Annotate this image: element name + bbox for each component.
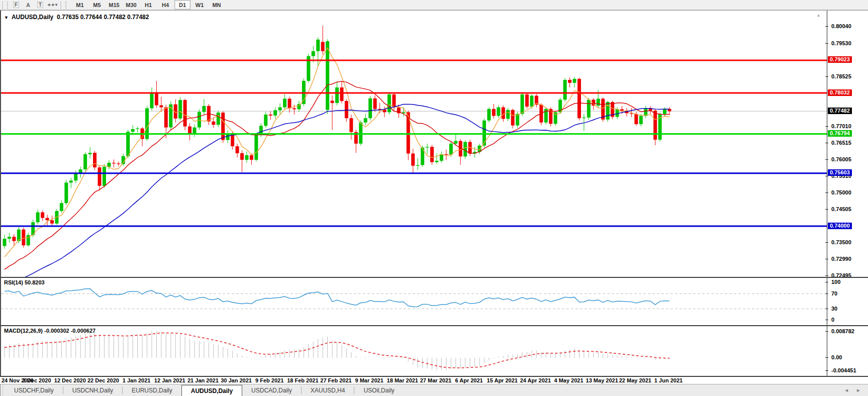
- toolbar-drag-handle-2[interactable]: [60, 2, 66, 9]
- candle-body[interactable]: [516, 114, 519, 126]
- candle-body[interactable]: [198, 112, 201, 128]
- timeframe-button-h1[interactable]: H1: [140, 0, 156, 10]
- candle-body[interactable]: [41, 212, 44, 218]
- candle-body[interactable]: [492, 109, 496, 116]
- candle-body[interactable]: [573, 79, 576, 83]
- price-chart[interactable]: [1, 11, 828, 277]
- candle-body[interactable]: [392, 94, 396, 108]
- candle-body[interactable]: [131, 129, 135, 132]
- candle-body[interactable]: [634, 114, 638, 124]
- candle-body[interactable]: [388, 94, 391, 112]
- candle-body[interactable]: [511, 110, 515, 126]
- candle-body[interactable]: [36, 212, 40, 222]
- candle-body[interactable]: [620, 109, 624, 111]
- candle-body[interactable]: [597, 98, 600, 106]
- candle-body[interactable]: [444, 154, 448, 155]
- candle-body[interactable]: [88, 153, 92, 154]
- candle-body[interactable]: [297, 104, 301, 110]
- candle-body[interactable]: [577, 79, 581, 118]
- candle-body[interactable]: [93, 153, 97, 167]
- candle-body[interactable]: [155, 92, 158, 106]
- collapse-triangle-icon[interactable]: ▼: [4, 15, 9, 20]
- candle-body[interactable]: [463, 142, 467, 156]
- date-axis[interactable]: 24 Nov 20203 Dec 202012 Dec 202022 Dec 2…: [0, 376, 868, 384]
- candle-body[interactable]: [316, 40, 320, 51]
- macd-panel[interactable]: MACD(12,26,9) -0.000302 -0.000627 0.0087…: [0, 325, 868, 376]
- tab-scroll-left-icon[interactable]: ◄: [844, 387, 849, 393]
- candle-body[interactable]: [64, 182, 68, 203]
- tab-usdchf-daily[interactable]: USDCHF,Daily: [5, 384, 63, 396]
- timeframe-button-m15[interactable]: M15: [106, 0, 122, 10]
- candle-body[interactable]: [435, 161, 438, 162]
- candle-body[interactable]: [340, 87, 343, 101]
- candle-body[interactable]: [46, 218, 49, 221]
- tab-usoil-daily[interactable]: USOil,Daily: [354, 384, 403, 396]
- candle-body[interactable]: [236, 146, 239, 153]
- candle-body[interactable]: [74, 173, 77, 180]
- candle-body[interactable]: [250, 155, 253, 160]
- dropdown-caret-icon[interactable]: ▾: [55, 3, 57, 7]
- candle-body[interactable]: [288, 98, 292, 108]
- candle-body[interactable]: [117, 163, 120, 164]
- tab-eurusd-daily[interactable]: EURUSD,Daily: [123, 384, 181, 396]
- candle-body[interactable]: [563, 80, 567, 100]
- candle-body[interactable]: [60, 203, 63, 211]
- candle-body[interactable]: [22, 230, 25, 246]
- candle-body[interactable]: [278, 107, 282, 110]
- candle-body[interactable]: [103, 167, 106, 186]
- object-style-icon[interactable]: ✦✦▾: [47, 1, 58, 9]
- main-chart-panel[interactable]: ▼AUDUSD,Daily 0.77635 0.77644 0.77482 0.…: [0, 10, 868, 277]
- candle-body[interactable]: [245, 155, 248, 160]
- candle-body[interactable]: [483, 121, 486, 146]
- price-axis[interactable]: 0.800400.795300.785250.770100.765150.760…: [827, 11, 868, 277]
- rsi-panel[interactable]: RSI(14) 50.8203 10070300: [0, 277, 868, 325]
- candle-body[interactable]: [217, 113, 220, 125]
- candle-body[interactable]: [587, 100, 591, 117]
- candle-body[interactable]: [606, 102, 610, 120]
- candle-body[interactable]: [12, 237, 16, 241]
- candle-body[interactable]: [530, 95, 533, 107]
- text-a-icon[interactable]: A: [23, 1, 34, 9]
- timeframe-button-d1[interactable]: D1: [174, 0, 190, 10]
- candle-body[interactable]: [183, 100, 187, 127]
- timeframe-button-m1[interactable]: M1: [72, 0, 88, 10]
- candle-body[interactable]: [663, 109, 666, 115]
- text-box-icon[interactable]: T: [35, 1, 46, 9]
- candle-body[interactable]: [497, 107, 500, 116]
- grid-f-icon[interactable]: F: [11, 1, 22, 9]
- candle-body[interactable]: [107, 163, 111, 167]
- candle-body[interactable]: [416, 165, 420, 165]
- candle-body[interactable]: [8, 237, 11, 239]
- candle-body[interactable]: [411, 153, 415, 165]
- candle-body[interactable]: [240, 153, 244, 160]
- candle-body[interactable]: [126, 132, 130, 156]
- candle-body[interactable]: [269, 115, 272, 116]
- candle-body[interactable]: [212, 122, 215, 125]
- candle-body[interactable]: [335, 87, 339, 103]
- candle-body[interactable]: [454, 141, 457, 144]
- candle-body[interactable]: [164, 107, 168, 127]
- candle-body[interactable]: [506, 110, 510, 119]
- candle-body[interactable]: [312, 51, 315, 56]
- candle-body[interactable]: [568, 80, 571, 83]
- candle-body[interactable]: [582, 118, 586, 118]
- candle-body[interactable]: [349, 118, 353, 132]
- candle-body[interactable]: [3, 239, 7, 246]
- candle-body[interactable]: [202, 106, 206, 112]
- tab-scroll-right-icon[interactable]: ►: [856, 387, 861, 393]
- toolbar-drag-handle[interactable]: [2, 2, 8, 9]
- candle-body[interactable]: [136, 129, 139, 129]
- candle-body[interactable]: [521, 94, 524, 114]
- tab-usdcnh-daily[interactable]: USDCNH,Daily: [63, 384, 122, 396]
- candle-body[interactable]: [430, 147, 434, 162]
- candle-body[interactable]: [502, 107, 505, 119]
- candle-body[interactable]: [150, 92, 153, 109]
- timeframe-button-h4[interactable]: H4: [157, 0, 173, 10]
- candle-body[interactable]: [653, 111, 657, 140]
- candle-body[interactable]: [321, 42, 325, 51]
- candle-body[interactable]: [326, 41, 329, 110]
- tab-xauusd-h4[interactable]: XAUUSD,H4: [302, 384, 354, 396]
- candle-body[interactable]: [178, 100, 182, 119]
- timeframe-button-w1[interactable]: W1: [191, 0, 208, 10]
- timeframe-button-m30[interactable]: M30: [123, 0, 139, 10]
